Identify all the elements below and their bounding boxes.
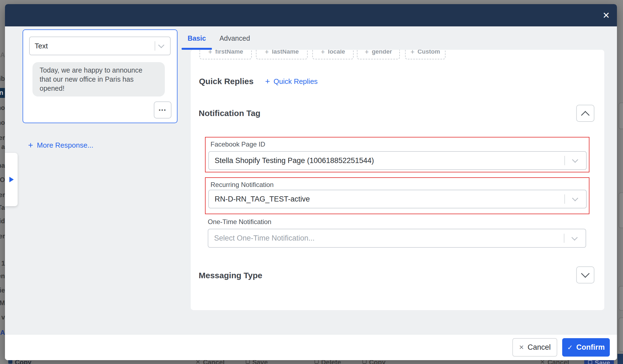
background-text-fragment: id xyxy=(0,217,5,225)
background-text-fragment: rib xyxy=(0,75,5,82)
select-divider xyxy=(564,234,564,243)
select-divider xyxy=(564,194,565,203)
plus-icon: + xyxy=(365,50,369,56)
personalization-chip[interactable]: +lastName xyxy=(256,50,308,59)
confirm-button[interactable]: ✓ Confirm xyxy=(562,338,610,357)
response-type-select[interactable]: Text xyxy=(29,37,171,55)
recurring-notification-value: RN-D-RN_TAG_TEST-active xyxy=(215,190,310,208)
trash-icon xyxy=(315,360,319,364)
background-button-fragment xyxy=(619,318,623,352)
messaging-type-heading: Messaging Type xyxy=(199,271,262,280)
personalization-chip[interactable]: +firstName xyxy=(200,50,252,59)
plus-icon: + xyxy=(265,77,270,86)
background-text-fragment: Ta xyxy=(0,204,5,211)
chip-label: firstName xyxy=(215,50,243,55)
more-response-link[interactable]: + More Response... xyxy=(28,141,93,150)
chip-label: gender xyxy=(372,50,392,55)
background-text-fragment: A xyxy=(0,329,5,337)
facebook-page-id-alert-box: Facebook Page ID Stella Shopify Testing … xyxy=(205,137,589,172)
plus-icon: + xyxy=(265,50,269,56)
cancel-label: Cancel xyxy=(528,343,551,352)
panel-flyout-toggle[interactable] xyxy=(5,153,18,206)
save-icon xyxy=(588,360,592,364)
tab-basic[interactable]: Basic xyxy=(182,27,212,50)
select-divider xyxy=(564,156,565,165)
chevron-down-icon xyxy=(572,157,578,163)
recurring-notification-alert-box: Recurring Notification RN-D-RN_TAG_TEST-… xyxy=(205,177,589,214)
more-options-button[interactable]: ••• xyxy=(154,101,171,118)
background-text-fragment: A xyxy=(0,51,5,59)
save-icon xyxy=(246,360,250,364)
play-right-icon xyxy=(9,177,14,182)
chip-label: locale xyxy=(328,50,345,55)
background-text-fragment: no xyxy=(0,104,5,112)
recurring-notification-label: Recurring Notification xyxy=(211,181,274,189)
recurring-notification-select[interactable]: RN-D-RN_TAG_TEST-active xyxy=(208,190,587,208)
background-button-fragment xyxy=(619,192,623,228)
tab-advanced[interactable]: Advanced xyxy=(217,27,253,50)
personalization-chip[interactable]: +gender xyxy=(357,50,400,59)
background-button-fragment xyxy=(619,103,623,129)
background-text-fragment: 1 xyxy=(1,260,5,267)
response-type-value: Text xyxy=(35,37,48,55)
background-text-fragment: O xyxy=(0,176,5,184)
close-icon[interactable]: ✕ xyxy=(599,8,614,23)
more-response-label: More Response... xyxy=(37,141,93,150)
screen: AribennonoeranaOerTaider1enieMvA Copy✕Ca… xyxy=(0,0,623,364)
facebook-page-id-select[interactable]: Stella Shopify Testing Page (10061885225… xyxy=(208,151,587,170)
background-text-fragment: na xyxy=(0,162,5,169)
personalization-chip[interactable]: +Custom xyxy=(405,50,446,59)
select-divider xyxy=(155,41,155,50)
background-text-fragment: en xyxy=(0,88,5,98)
plus-icon: + xyxy=(208,50,212,56)
chip-label: Custom xyxy=(417,50,440,55)
confirm-label: Confirm xyxy=(576,343,605,352)
background-save-button-fragment xyxy=(617,354,623,364)
personalization-chip[interactable]: +locale xyxy=(312,50,354,59)
plus-icon: + xyxy=(321,50,325,56)
one-time-notification-placeholder: Select One-Time Notification... xyxy=(214,229,315,247)
basic-tab-content: +firstName+lastName+locale+gender+Custom… xyxy=(191,50,604,310)
background-text-fragment: er xyxy=(0,191,5,199)
background-text-fragment: no xyxy=(0,119,5,126)
message-bubble[interactable]: Today, we are happy to announce that our… xyxy=(32,62,165,96)
background-text-fragment: ie xyxy=(0,286,5,294)
background-text-fragment: er xyxy=(0,134,5,142)
background-button-fragment xyxy=(619,286,623,311)
active-tab-underline xyxy=(182,48,212,50)
quick-replies-heading: Quick Replies xyxy=(199,77,253,86)
edit-response-modal: ✕ Text Today, we are happy to announce t… xyxy=(5,4,617,360)
ellipsis-icon: ••• xyxy=(159,107,166,113)
chevron-up-icon xyxy=(581,111,589,119)
add-quick-reply-label: Quick Replies xyxy=(274,77,318,86)
expand-section-button[interactable] xyxy=(576,266,594,283)
plus-icon: + xyxy=(411,50,415,56)
facebook-page-id-value: Stella Shopify Testing Page (10061885225… xyxy=(215,152,374,169)
chevron-down-icon xyxy=(581,269,589,278)
facebook-page-id-label: Facebook Page ID xyxy=(211,140,265,148)
chip-label: lastName xyxy=(272,50,299,55)
one-time-notification-label: One-Time Notification xyxy=(208,218,271,226)
chevron-down-icon xyxy=(572,195,578,202)
notification-tag-heading: Notification Tag xyxy=(199,109,260,118)
modal-header xyxy=(5,4,617,26)
add-quick-reply-link[interactable]: + Quick Replies xyxy=(265,77,318,86)
background-text-fragment: M xyxy=(0,299,5,307)
background-text-fragment: a xyxy=(1,143,5,151)
x-icon: ✕ xyxy=(519,344,524,351)
plus-icon: + xyxy=(28,142,33,149)
background-text-fragment: en xyxy=(0,272,5,280)
response-card[interactable]: Text Today, we are happy to announce tha… xyxy=(23,29,177,123)
modal-footer: ✕ Cancel ✓ Confirm xyxy=(5,334,617,360)
copy-icon xyxy=(8,360,12,364)
background-text-fragment: er xyxy=(0,232,5,240)
background-text-fragment: v xyxy=(1,313,5,321)
copy-icon xyxy=(362,360,367,364)
check-icon: ✓ xyxy=(567,344,573,351)
collapse-section-button[interactable] xyxy=(576,105,594,122)
quick-replies-row: Quick Replies + Quick Replies xyxy=(199,76,318,87)
chevron-down-icon xyxy=(158,42,165,48)
one-time-notification-select[interactable]: Select One-Time Notification... xyxy=(208,229,586,248)
cancel-button[interactable]: ✕ Cancel xyxy=(512,338,557,357)
chevron-down-icon xyxy=(572,234,578,241)
